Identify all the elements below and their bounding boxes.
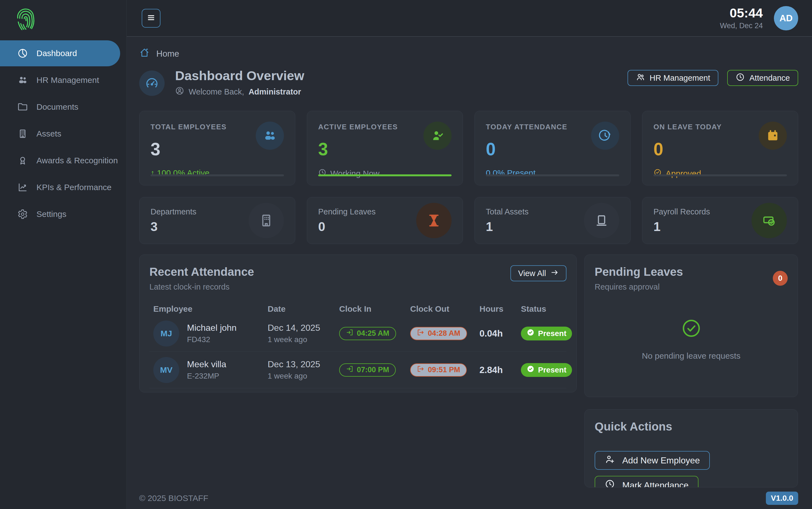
check-circle-icon [654,168,662,178]
clock-out-cell: 04:28 AM [410,327,479,340]
employee-identity: Meek villa E-232MP [187,359,226,380]
page-title-block: Dashboard Overview Welcome Back, Adminis… [175,69,304,97]
stat-trend: Working Now [330,169,379,178]
page-title: Dashboard Overview [175,69,304,82]
table-row[interactable]: MV Meek villa E-232MP Dec 13, 2025 1 wee… [149,352,566,388]
employee-id: E-232MP [187,372,226,380]
sidebar-item-awards[interactable]: Awards & Recognition [0,147,126,173]
calendar-icon [759,122,787,150]
mini-info: Pending Leaves 0 [318,207,376,234]
footer: © 2025 BIOSTAFF V1.0.0 [139,487,798,509]
check-circle-icon [681,335,702,339]
hours-cell: 0.04h [479,328,521,339]
clock-in-chip: 04:25 AM [339,327,396,340]
progress-bar [150,174,284,176]
avatar: MV [153,357,179,383]
mark-attendance-button[interactable]: Mark Attendance [595,476,699,487]
clock-out-chip: 04:28 AM [410,327,467,340]
pending-leaves-panel: Pending Leaves Requires approval 0 No pe… [584,254,798,397]
right-column: Pending Leaves Requires approval 0 No pe… [584,254,798,487]
sidebar-item-label: Settings [36,209,66,219]
sidebar-item-dashboard[interactable]: Dashboard [0,40,120,66]
hours-cell: 2.84h [479,365,521,375]
stat-card-total-employees: TOTAL EMPLOYEES 3 ↑ 100.0% Active [139,111,295,185]
date-cell: Dec 14, 2025 1 week ago [268,323,339,344]
mark-attendance-label: Mark Attendance [622,480,689,488]
clock-icon [318,168,327,178]
clock-icon [591,122,619,150]
sidebar-item-label: Awards & Recognition [36,156,118,165]
sidebar: Dashboard HR Management Documents Assets [0,0,127,509]
page-header-left: Dashboard Overview Welcome Back, Adminis… [139,69,304,97]
svg-text:$: $ [770,220,773,225]
sidebar-item-assets[interactable]: Assets [0,121,126,147]
breadcrumb-home[interactable]: Home [156,49,179,59]
stat-card-active-employees: ACTIVE EMPLOYEES 3 Working Now [307,111,463,185]
sidebar-item-documents[interactable]: Documents [0,94,126,120]
copyright-text: © 2025 BIOSTAFF [139,494,208,503]
award-icon [17,155,28,166]
page-header: Dashboard Overview Welcome Back, Adminis… [139,69,798,101]
stat-trend-row: Working Now [318,168,451,178]
sidebar-item-settings[interactable]: Settings [0,201,126,227]
status-label: Present [538,366,566,374]
attendance-title: Recent Attendance [149,265,254,278]
employee-id: FD432 [187,335,237,344]
clock-out-time: 04:28 AM [428,329,460,338]
clock-in-cell: 04:25 AM [339,327,410,340]
pending-count-badge: 0 [773,271,788,286]
recent-attendance-panel: Recent Attendance Latest clock-in record… [139,254,577,393]
mini-info: Total Assets 1 [486,207,529,234]
menu-button[interactable] [142,9,160,28]
clock-out-time: 09:51 PM [428,366,460,374]
sidebar-nav: Dashboard HR Management Documents Assets [0,40,126,227]
date-cell: Dec 13, 2025 1 week ago [268,359,339,380]
current-time: 05:44 [720,6,763,20]
hr-management-button[interactable]: HR Management [628,70,718,86]
gauge-icon [139,70,164,96]
mini-value: 3 [150,219,196,234]
topbar-right: 05:44 Wed, Dec 24 AD [720,6,798,30]
building-icon [249,203,284,238]
attendance-table-header: Employee Date Clock In Clock Out Hours S… [149,303,566,315]
add-new-employee-button[interactable]: Add New Employee [595,451,710,470]
app-root: Dashboard HR Management Documents Assets [0,0,812,509]
clock-in-cell: 07:00 PM [339,363,410,377]
sidebar-item-hr-management[interactable]: HR Management [0,67,126,93]
main-area: 05:44 Wed, Dec 24 AD Home Da [127,0,812,509]
hr-management-button-label: HR Management [650,73,710,82]
sidebar-item-label: KPIs & Performance [36,183,112,192]
sidebar-item-label: Dashboard [36,48,77,58]
clock-icon [604,479,615,487]
pending-leaves-title: Pending Leaves [595,265,788,278]
status-label: Present [538,329,566,338]
pending-empty-state: No pending leave requests [595,318,788,361]
mini-value: 1 [486,219,529,234]
view-all-button[interactable]: View All [510,265,566,281]
clock-icon [736,72,745,84]
arrow-right-icon [550,268,559,278]
home-icon [139,47,150,60]
stat-card-on-leave: ON LEAVE TODAY 0 Approved [642,111,798,185]
sidebar-item-label: Documents [36,102,78,112]
users-icon [17,75,28,86]
sidebar-item-label: Assets [36,129,61,138]
attendance-button[interactable]: Attendance [727,70,798,86]
user-avatar[interactable]: AD [774,6,798,30]
attendance-subtitle: Latest clock-in records [149,282,254,292]
stat-card-today-attendance: TODAY ATTENDANCE 0 0.0% Present [475,111,631,185]
table-row[interactable]: MJ Michael john FD432 Dec 14, 2025 1 wee… [149,315,566,352]
mini-card-departments: Departments 3 [139,197,295,244]
gear-icon [17,209,28,220]
sidebar-item-kpis[interactable]: KPIs & Performance [0,174,126,200]
money-icon: $ [751,203,787,238]
quick-actions-title: Quick Actions [595,420,788,433]
pending-leaves-subtitle: Requires approval [595,282,788,292]
date-relative: 1 week ago [268,335,339,344]
clock-widget: 05:44 Wed, Dec 24 [720,6,763,30]
user-plus-icon [604,454,615,467]
date-value: Dec 14, 2025 [268,323,339,333]
date-relative: 1 week ago [268,372,339,380]
clock-out-cell: 09:51 PM [410,363,479,377]
attendance-table: Employee Date Clock In Clock Out Hours S… [149,303,566,388]
